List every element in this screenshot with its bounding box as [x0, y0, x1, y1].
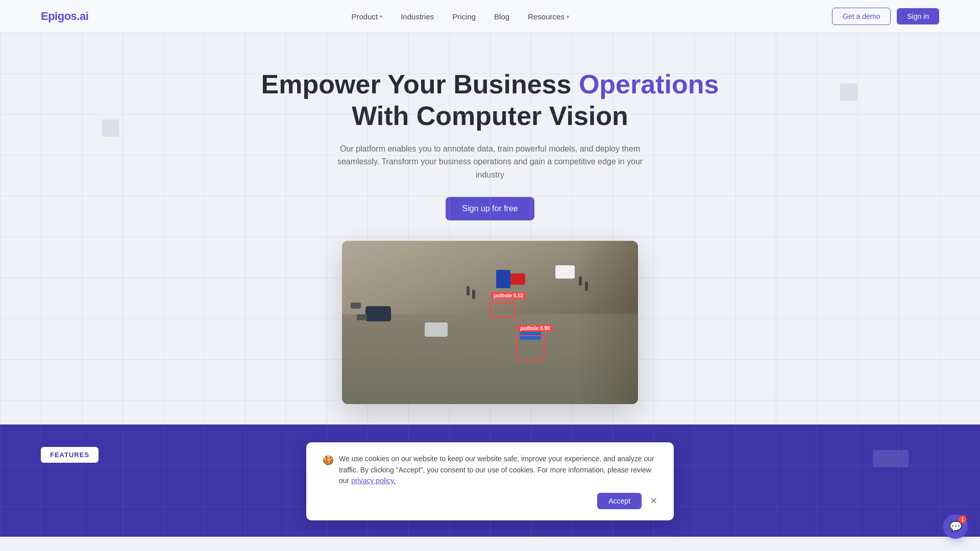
accept-button[interactable]: Accept [597, 493, 642, 509]
features-badge: FEATURES [41, 447, 99, 463]
hero-title-accent: Operations [579, 69, 719, 99]
foliage [577, 241, 638, 404]
street-scene-canvas: pothole 0.52 pothole 0.90 [342, 241, 638, 404]
motorbike-2 [357, 314, 367, 320]
nav-item-industries[interactable]: Industries [401, 12, 434, 21]
nav-link-industries[interactable]: Industries [401, 12, 434, 21]
car-1 [365, 306, 391, 321]
nav-item-product[interactable]: Product ▾ [352, 12, 383, 21]
nav-link-pricing[interactable]: Pricing [452, 12, 476, 21]
hero-title: Empower Your Business Operations With Co… [10, 68, 970, 132]
nav-item-resources[interactable]: Resources ▾ [528, 12, 569, 21]
hero-title-part2: With Computer Vision [352, 101, 628, 131]
sign-in-button[interactable]: Sign in [897, 8, 939, 24]
detection-box-1: pothole 0.52 [490, 303, 516, 318]
cookie-banner: 🍪 We use cookies on our website to keep … [306, 442, 674, 520]
nav-link-resources[interactable]: Resources ▾ [528, 12, 569, 21]
detection-label-2: pothole 0.90 [518, 325, 552, 332]
hero-section: Empower Your Business Operations With Co… [0, 33, 980, 424]
logo[interactable]: Epigos.ai [41, 10, 88, 23]
chat-button[interactable]: 💬 1 [943, 514, 968, 539]
person-1 [467, 286, 470, 295]
hero-title-part1: Empower Your Business [261, 69, 572, 99]
street-scene: pothole 0.52 pothole 0.90 [342, 241, 638, 404]
signup-button[interactable]: Sign up for free [446, 197, 534, 220]
deco-square-left [102, 119, 119, 137]
chevron-down-icon: ▾ [567, 14, 569, 19]
car-2 [425, 322, 448, 337]
nav-item-blog[interactable]: Blog [494, 12, 509, 21]
cookie-text: 🍪 We use cookies on our website to keep … [323, 454, 657, 487]
logo-plain: Epigos [41, 10, 77, 22]
chat-badge: 1 [959, 515, 967, 523]
cookie-actions: Accept ✕ [323, 493, 657, 509]
cookie-message: We use cookies on our website to keep ou… [339, 454, 657, 487]
close-cookie-button[interactable]: ✕ [650, 496, 657, 506]
hero-image: pothole 0.52 pothole 0.90 [342, 241, 638, 404]
detection-box-2: pothole 0.90 [517, 335, 545, 361]
get-demo-button[interactable]: Get a demo [832, 8, 891, 25]
nav-link-product[interactable]: Product ▾ [352, 12, 383, 21]
deco-square-right [840, 84, 857, 101]
navbar: Epigos.ai Product ▾ Industries Pricing B… [0, 0, 980, 33]
privacy-policy-link[interactable]: privacy policy. [351, 477, 396, 485]
nav-link-blog[interactable]: Blog [494, 12, 509, 21]
nav-links: Product ▾ Industries Pricing Blog Resour… [352, 12, 569, 21]
detection-label-1: pothole 0.52 [491, 292, 526, 299]
person-2 [472, 290, 475, 299]
car-4 [555, 265, 575, 279]
billboard [496, 270, 510, 288]
chevron-down-icon: ▾ [380, 14, 382, 19]
nav-actions: Get a demo Sign in [832, 8, 939, 25]
motorbike-1 [351, 303, 361, 309]
cookie-emoji: 🍪 [323, 454, 334, 468]
hero-subtitle: Our platform enables you to annotate dat… [327, 142, 653, 182]
nav-item-pricing[interactable]: Pricing [452, 12, 476, 21]
logo-accent: .ai [77, 10, 88, 22]
